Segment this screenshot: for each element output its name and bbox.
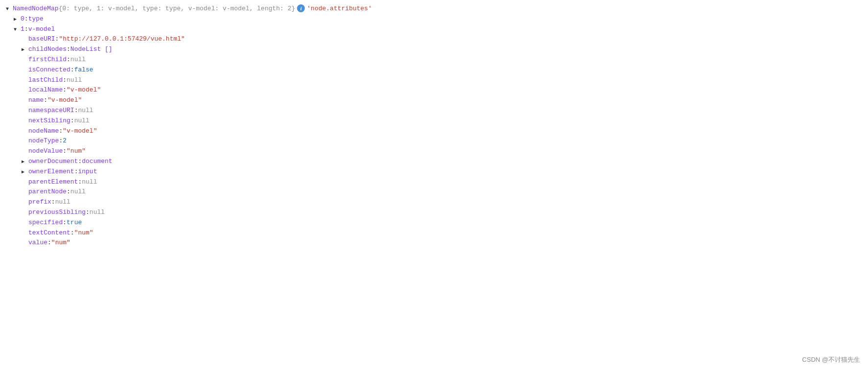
prop-isConnected: isConnected : false <box>6 65 862 75</box>
item-1-key: v-model <box>28 24 55 35</box>
item-1-toggle[interactable] <box>14 26 21 34</box>
prop-childNodes-toggle[interactable] <box>22 46 28 54</box>
prop-prefix: prefix : null <box>6 197 862 208</box>
prop-nodeType-key: nodeType <box>28 136 59 146</box>
root-toggle[interactable] <box>6 5 13 13</box>
prop-namespaceURI: namespaceURI : null <box>6 106 862 116</box>
prop-firstChild: firstChild : null <box>6 55 862 65</box>
prop-prefix-value: null <box>55 197 70 208</box>
prop-nextSibling: nextSibling : null <box>6 116 862 126</box>
prop-value-value: "num" <box>51 238 70 248</box>
prop-nodeType: nodeType : 2 <box>6 136 862 146</box>
prop-value-key: value <box>28 238 47 248</box>
prop-firstChild-key: firstChild <box>28 55 67 65</box>
prop-ownerElement-key: ownerElement <box>28 167 74 177</box>
prop-textContent: textContent : "num" <box>6 228 862 238</box>
prop-nodeName-key: nodeName <box>28 126 59 137</box>
prop-localName-key: localName <box>28 85 63 95</box>
prop-value: value : "num" <box>6 238 862 248</box>
root-type-label: NamedNodeMap <box>13 4 59 14</box>
prop-name: name : "v-model" <box>6 95 862 106</box>
prop-ownerElement-toggle[interactable] <box>22 168 28 176</box>
prop-namespaceURI-value: null <box>78 106 93 116</box>
prop-nodeName-value: "v-model" <box>63 126 97 137</box>
prop-ownerDocument: ownerDocument : document <box>6 157 862 167</box>
prop-baseURI-key: baseURI <box>28 34 55 45</box>
prop-nodeName: nodeName : "v-model" <box>6 126 862 137</box>
prop-localName: localName : "v-model" <box>6 85 862 95</box>
prop-baseURI-value: "http://127.0.0.1:57429/vue.html" <box>59 34 184 45</box>
prop-previousSibling-value: null <box>90 208 105 218</box>
prop-lastChild-key: lastChild <box>28 75 63 86</box>
prop-nodeValue-value: "num" <box>67 146 86 157</box>
prop-ownerElement-value: input <box>78 167 97 177</box>
prop-parentNode: parentNode : null <box>6 187 862 197</box>
prop-specified-value: true <box>67 218 82 228</box>
prop-ownerDocument-key: ownerDocument <box>28 157 78 167</box>
prop-name-value: "v-model" <box>47 95 82 106</box>
prop-ownerDocument-toggle[interactable] <box>22 158 28 166</box>
prop-name-key: name <box>28 95 44 106</box>
prop-previousSibling: previousSibling : null <box>6 208 862 218</box>
prop-specified: specified : true <box>6 218 862 228</box>
prop-nextSibling-value: null <box>74 116 90 126</box>
prop-childNodes-value: NodeList [] <box>70 45 113 55</box>
prop-textContent-key: textContent <box>28 228 70 238</box>
prop-previousSibling-key: previousSibling <box>28 208 86 218</box>
info-icon[interactable]: i <box>297 4 305 12</box>
prop-nodeType-value: 2 <box>63 136 67 146</box>
prop-localName-value: "v-model" <box>67 85 101 95</box>
prop-nodeValue: nodeValue : "num" <box>6 146 862 157</box>
prop-parentElement-value: null <box>82 177 97 187</box>
prop-namespaceURI-key: namespaceURI <box>28 106 74 116</box>
prop-isConnected-key: isConnected <box>28 65 70 75</box>
tree-container: NamedNodeMap {0: type, 1: v-model, type:… <box>6 4 862 248</box>
prop-ownerDocument-value: document <box>82 157 112 167</box>
item-0-toggle[interactable] <box>14 16 21 23</box>
prop-parentElement-key: parentElement <box>28 177 78 187</box>
item-0-index: 0 <box>21 14 24 24</box>
prop-prefix-key: prefix <box>28 197 51 208</box>
prop-nodeValue-key: nodeValue <box>28 146 63 157</box>
item-1-index: 1 <box>21 24 24 35</box>
prop-parentNode-value: null <box>70 187 86 197</box>
prop-specified-key: specified <box>28 218 63 228</box>
item-0-key: type <box>28 14 44 24</box>
prop-childNodes: childNodes : NodeList [] <box>6 45 862 55</box>
prop-parentElement: parentElement : null <box>6 177 862 187</box>
item-0-line: 0 : type <box>6 14 862 24</box>
item-1-colon: : <box>24 24 28 35</box>
root-note: 'node.attributes' <box>307 4 372 14</box>
prop-parentNode-key: parentNode <box>28 187 67 197</box>
prop-isConnected-value: false <box>74 65 93 75</box>
prop-baseURI: baseURI : "http://127.0.0.1:57429/vue.ht… <box>6 34 862 45</box>
prop-childNodes-key: childNodes <box>28 45 67 55</box>
prop-nextSibling-key: nextSibling <box>28 116 70 126</box>
prop-lastChild: lastChild : null <box>6 75 862 86</box>
root-line: NamedNodeMap {0: type, 1: v-model, type:… <box>6 4 862 14</box>
root-preview: {0: type, 1: v-model, type: type, v-mode… <box>59 4 296 14</box>
item-1-line: 1 : v-model <box>6 24 862 35</box>
prop-firstChild-value: null <box>70 55 86 65</box>
prop-lastChild-value: null <box>67 75 82 86</box>
prop-textContent-value: "num" <box>74 228 93 238</box>
item-0-colon: : <box>24 14 28 24</box>
prop-ownerElement: ownerElement : input <box>6 167 862 177</box>
